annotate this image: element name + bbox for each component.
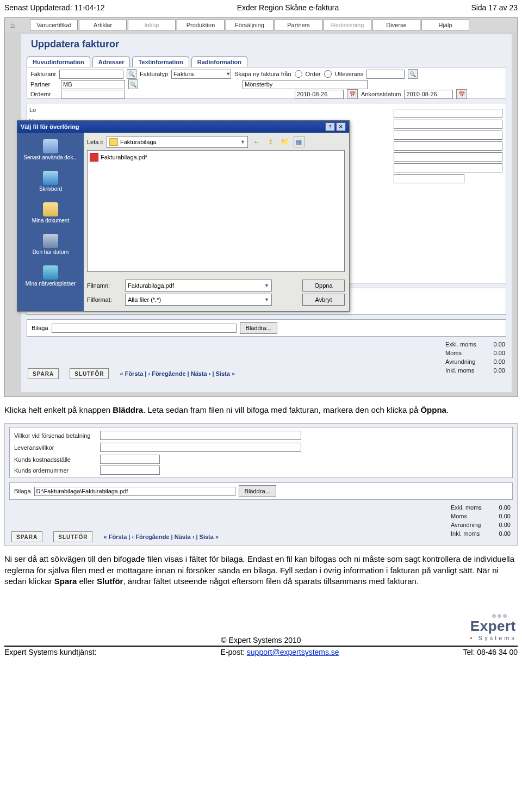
- field-right[interactable]: [394, 131, 502, 140]
- save-button-2[interactable]: SPARA: [11, 531, 42, 542]
- tab-huvudinformation[interactable]: Huvudinformation: [27, 56, 90, 67]
- inp-partner[interactable]: MB: [61, 80, 125, 89]
- view-icon[interactable]: ▦: [294, 137, 304, 147]
- menu-redovisning[interactable]: Redovisning: [324, 19, 371, 31]
- dialog-title: Välj fil för överföring: [21, 123, 79, 130]
- bilaga-panel: Bilaga Bläddra...: [27, 319, 506, 337]
- up-icon[interactable]: ↥: [265, 137, 276, 147]
- browse-button[interactable]: Bläddra...: [240, 322, 277, 334]
- file-list[interactable]: Fakturabilaga.pdf: [87, 150, 345, 272]
- inp-skapa[interactable]: [366, 70, 405, 79]
- inp-monsterby[interactable]: Mönsterby: [243, 80, 368, 89]
- inp-ordernr[interactable]: [61, 90, 125, 99]
- lbl-leta-i: Leta i:: [87, 139, 103, 145]
- field-right[interactable]: [394, 174, 464, 183]
- lbl-filnamn: Filnamn:: [87, 282, 120, 289]
- radio-order[interactable]: [295, 70, 302, 78]
- foot-mid: E-post: support@expertsystems.se: [221, 648, 339, 656]
- side-mydocs[interactable]: Mina dokument: [17, 197, 84, 228]
- inp-bilaga[interactable]: [52, 324, 237, 333]
- calendar-icon-2[interactable]: 📅: [456, 89, 467, 99]
- menu-forsaljning[interactable]: Försäljning: [226, 19, 274, 31]
- field-right[interactable]: [394, 141, 502, 151]
- file-dialog: Välj fil för överföring ? ✕ Senast använ…: [17, 120, 350, 312]
- email-link[interactable]: support@expertsystems.se: [247, 648, 339, 656]
- newfolder-icon[interactable]: 📁: [279, 137, 290, 147]
- finish-button[interactable]: SLUTFÖR: [70, 368, 109, 379]
- side-computer[interactable]: Den här datorn: [17, 228, 84, 260]
- save-button[interactable]: SPARA: [28, 368, 59, 379]
- field-right[interactable]: [394, 152, 502, 162]
- help-icon[interactable]: ?: [325, 122, 335, 131]
- totals: Exkl. moms0.00 Moms0.00 Avrundning0.00 I…: [445, 340, 505, 375]
- inp-bilaga2[interactable]: D:\Fakturabilaga\Fakturabilaga.pdf: [34, 487, 235, 496]
- lbl-filformat: Filformat:: [87, 296, 120, 303]
- lbl-utlev: Utleverans: [335, 71, 364, 77]
- folder-dropdown[interactable]: Fakturabilaga▼: [107, 136, 248, 148]
- side-network[interactable]: Mina nätverksplatser: [17, 260, 84, 292]
- lbl-villkor: Villkor vid försenad betalning: [14, 432, 100, 439]
- folder-icon: [109, 138, 118, 146]
- foot-left: Expert Systems kundtjänst:: [4, 648, 97, 656]
- inp-villkor[interactable]: [100, 431, 301, 440]
- paragraph-2: Ni ser då att sökvägen till den bifogade…: [0, 551, 522, 587]
- paragraph-1: Klicka helt enkelt på knappen Bläddra. L…: [0, 402, 522, 416]
- copyright: © Expert Systems 2010: [0, 636, 522, 644]
- inp-date2[interactable]: 2010-08-26: [404, 90, 453, 99]
- inp-date1[interactable]: 2010-08-26: [295, 90, 344, 99]
- home-icon[interactable]: ⌂: [7, 20, 18, 30]
- inp-leveransvillkor[interactable]: [100, 443, 301, 452]
- lbl-fakturanr: Fakturanr: [30, 71, 56, 77]
- pdf-icon: [90, 153, 98, 162]
- search-icon-3[interactable]: 🔍: [128, 79, 138, 89]
- side-desktop[interactable]: Skrivbord: [17, 165, 84, 197]
- foot-right: Tel: 08-46 34 00: [463, 648, 518, 656]
- field-right[interactable]: [394, 109, 502, 118]
- search-icon[interactable]: 🔍: [127, 69, 136, 79]
- tab-adresser[interactable]: Adresser: [92, 56, 130, 67]
- lbl-leveransvillkor: Leveransvillkor: [14, 444, 100, 451]
- file-item[interactable]: Fakturabilaga.pdf: [90, 153, 342, 162]
- lbl-ankomst: Ankomstdatum: [361, 91, 401, 97]
- lbl-ordernummer2: Kunds ordernummer: [14, 467, 100, 474]
- lbl-bilaga2: Bilaga: [14, 488, 31, 494]
- lbl-order: Order: [306, 71, 321, 77]
- close-icon[interactable]: ✕: [336, 122, 346, 131]
- field-right[interactable]: [394, 163, 502, 172]
- calendar-icon[interactable]: 📅: [347, 89, 358, 99]
- lbl-partner: Partner: [30, 81, 58, 88]
- menu-hjalp[interactable]: Hjälp: [421, 19, 469, 31]
- browse-button-2[interactable]: Bläddra...: [239, 485, 276, 497]
- pager[interactable]: « Första | ‹ Föregående | Nästa › | Sist…: [120, 370, 235, 377]
- filename-input[interactable]: Fakturabilaga.pdf▼: [125, 280, 272, 292]
- menu-partners[interactable]: Partners: [275, 19, 322, 31]
- back-icon[interactable]: ←: [251, 137, 262, 147]
- page-title: Uppdatera fakturor: [31, 39, 119, 50]
- tab-textinformation[interactable]: Textinformation: [132, 56, 189, 67]
- menu-diverse[interactable]: Diverse: [372, 19, 420, 31]
- top-panel: Fakturanr 🔍 Fakturatyp Faktura▼ Skapa ny…: [27, 67, 506, 98]
- fileformat-dropdown[interactable]: Alla filer (*.*)▼: [125, 294, 272, 306]
- bilaga-panel-2: Bilaga D:\Fakturabilaga\Fakturabilaga.pd…: [9, 482, 513, 500]
- inp-ordernummer2[interactable]: [100, 466, 160, 475]
- radio-utleverans[interactable]: [324, 70, 332, 78]
- sel-fakturatyp[interactable]: Faktura▼: [171, 70, 231, 79]
- finish-button-2[interactable]: SLUTFÖR: [53, 531, 92, 542]
- cancel-button[interactable]: Avbryt: [302, 294, 345, 306]
- menu-varucertifikat[interactable]: Varucertifikat: [30, 19, 78, 31]
- dialog-sidebar: Senast använda dok... Skrivbord Mina dok…: [17, 133, 84, 311]
- inp-fakturanr[interactable]: [59, 70, 123, 79]
- menu-produktion[interactable]: Produktion: [177, 19, 225, 31]
- screenshot-1: ⌂ Varucertifikat Artiklar Inköp Produkti…: [4, 17, 518, 397]
- inp-kostnadsstalle2[interactable]: [100, 455, 160, 464]
- search-icon-2[interactable]: 🔍: [408, 69, 418, 79]
- menubar: ⌂ Varucertifikat Artiklar Inköp Produkti…: [5, 18, 517, 32]
- doc-updated: Senast Uppdaterad: 11-04-12: [4, 3, 104, 12]
- menu-artiklar[interactable]: Artiklar: [79, 19, 127, 31]
- menu-inkop[interactable]: Inköp: [128, 19, 176, 31]
- open-button[interactable]: Öppna: [302, 280, 345, 292]
- field-right[interactable]: [394, 120, 502, 129]
- side-recent[interactable]: Senast använda dok...: [17, 134, 84, 165]
- tab-radinformation[interactable]: Radinformation: [191, 56, 247, 67]
- pager-2[interactable]: « Första | ‹ Föregående | Nästa › | Sist…: [103, 534, 219, 540]
